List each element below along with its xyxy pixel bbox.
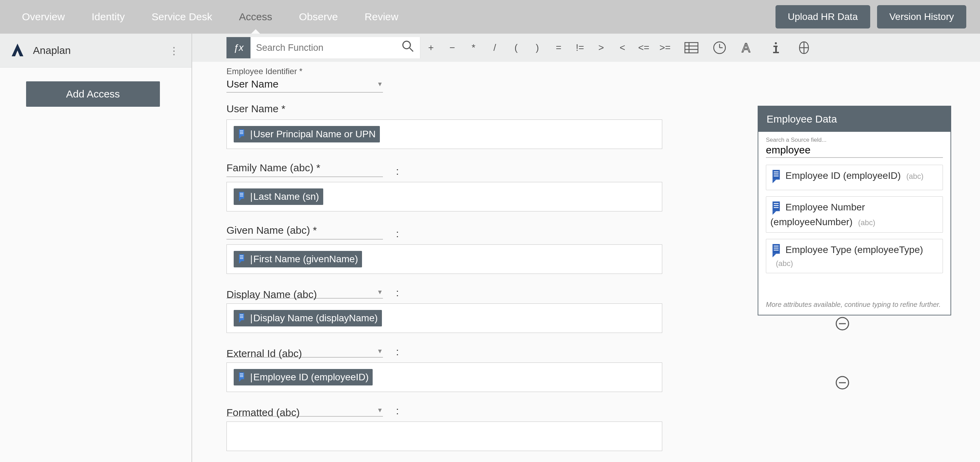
field-label: Formatted (abc) <box>226 407 390 418</box>
token-input-box[interactable]: |Display Name (displayName) <box>226 303 662 333</box>
anaplan-logo-icon <box>9 42 26 59</box>
fx-icon: ƒx <box>226 37 250 58</box>
panel-search-input[interactable] <box>766 143 943 158</box>
field-label: Given Name (abc) * <box>226 225 390 236</box>
result-type: (abc) <box>858 218 875 227</box>
formula-bar: ƒx +−*/()=!=><<=>= A <box>192 33 980 62</box>
operator-button[interactable]: <= <box>633 37 654 58</box>
svg-rect-25 <box>775 46 777 53</box>
svg-rect-15 <box>685 43 698 53</box>
mapping-field-row: Formatted (abc)▼: <box>226 405 946 451</box>
source-field-result[interactable]: Employee ID (employeeID)(abc) <box>766 165 943 190</box>
mapping-field-row: External Id (abc)▼:|Employee ID (employe… <box>226 346 946 392</box>
field-colon: : <box>396 287 399 299</box>
source-field-token[interactable]: |Last Name (sn) <box>234 188 323 205</box>
search-function-input[interactable] <box>256 43 401 53</box>
field-label: Family Name (abc) * <box>226 162 390 174</box>
remove-field-icon[interactable] <box>835 376 850 390</box>
operator-button[interactable]: < <box>612 37 633 58</box>
field-colon: : <box>396 405 399 417</box>
operator-button[interactable]: ( <box>506 37 527 58</box>
ai-tool-icon[interactable] <box>792 37 816 58</box>
table-tool-icon[interactable] <box>679 37 704 58</box>
token-input-box[interactable]: |First Name (givenName) <box>226 244 662 274</box>
field-label: External Id (abc) <box>226 348 390 359</box>
version-history-button[interactable]: Version History <box>877 5 966 29</box>
doc-icon <box>236 372 247 382</box>
token-input-box[interactable]: |Employee ID (employeeID) <box>226 362 662 392</box>
source-field-token[interactable]: |First Name (givenName) <box>234 251 362 268</box>
identifier-value: User Name <box>226 78 377 90</box>
svg-text:A: A <box>742 41 750 55</box>
operator-button[interactable]: * <box>463 37 484 58</box>
font-tool-icon[interactable]: A <box>735 37 760 58</box>
operator-button[interactable]: + <box>420 37 442 58</box>
panel-title: Employee Data <box>758 107 950 132</box>
top-nav: OverviewIdentityService DeskAccessObserv… <box>0 0 980 33</box>
token-input-box[interactable]: |Last Name (sn) <box>226 182 662 212</box>
result-name: Employee Type (employeeType) <box>786 244 923 255</box>
operator-button[interactable]: ) <box>527 37 548 58</box>
doc-icon <box>236 254 247 264</box>
svg-point-13 <box>403 41 410 49</box>
nav-tab-identity[interactable]: Identity <box>83 0 133 33</box>
nav-tab-observe[interactable]: Observe <box>291 0 346 33</box>
panel-search-hint: Search a Source field... <box>766 137 943 143</box>
info-tool-icon[interactable] <box>764 37 788 58</box>
nav-tab-access[interactable]: Access <box>231 0 280 33</box>
nav-tab-service-desk[interactable]: Service Desk <box>143 0 221 33</box>
result-type: (abc) <box>906 172 923 180</box>
svg-rect-26 <box>773 52 779 53</box>
access-list-item[interactable]: Anaplan ⋮ <box>0 33 191 68</box>
field-label: User Name * <box>226 103 390 115</box>
field-colon: : <box>396 228 399 240</box>
source-field-token[interactable]: |Display Name (displayName) <box>234 310 382 327</box>
operator-button[interactable]: / <box>484 37 506 58</box>
add-access-button[interactable]: Add Access <box>26 81 160 107</box>
clock-tool-icon[interactable] <box>707 37 732 58</box>
source-field-token[interactable]: |User Principal Name or UPN <box>234 126 380 142</box>
result-name: Employee ID (employeeID) <box>786 170 901 181</box>
doc-icon <box>236 191 247 202</box>
chevron-down-icon: ▼ <box>377 81 383 88</box>
token-input-box[interactable]: |User Principal Name or UPN <box>226 119 662 149</box>
svg-line-14 <box>410 48 413 51</box>
source-field-result[interactable]: Employee Number (employeeNumber)(abc) <box>766 196 943 233</box>
remove-field-icon[interactable] <box>835 317 850 331</box>
kebab-menu-icon[interactable]: ⋮ <box>165 43 183 58</box>
token-input-box[interactable] <box>226 422 662 451</box>
search-function-box[interactable] <box>250 37 420 58</box>
doc-icon <box>770 201 782 217</box>
doc-icon <box>236 313 247 323</box>
center-panel: ƒx +−*/()=!=><<=>= A <box>192 33 980 462</box>
employee-data-panel: Employee Data Search a Source field... E… <box>758 106 951 315</box>
identifier-dropdown[interactable]: User Name ▼ <box>226 77 383 93</box>
doc-icon <box>770 170 782 185</box>
svg-point-23 <box>775 42 777 44</box>
doc-icon <box>236 129 247 139</box>
operator-button[interactable]: = <box>548 37 569 58</box>
source-field-result[interactable]: Employee Type (employeeType)(abc) <box>766 239 943 273</box>
result-type: (abc) <box>776 259 793 268</box>
source-field-token[interactable]: |Employee ID (employeeID) <box>234 369 373 386</box>
result-name: Employee Number (employeeNumber) <box>770 202 865 227</box>
upload-hr-button[interactable]: Upload HR Data <box>775 5 870 29</box>
field-colon: : <box>396 346 399 358</box>
nav-tab-overview[interactable]: Overview <box>14 0 73 33</box>
panel-footnote: More attributes available, continue typi… <box>766 301 943 309</box>
access-item-name: Anaplan <box>33 45 165 56</box>
field-label: Display Name (abc) <box>226 289 390 300</box>
identifier-label: Employee Identifier * <box>226 67 946 76</box>
operator-button[interactable]: − <box>442 37 463 58</box>
operator-button[interactable]: >= <box>654 37 676 58</box>
nav-tab-review[interactable]: Review <box>356 0 407 33</box>
field-colon: : <box>396 166 399 177</box>
svg-marker-12 <box>12 44 23 56</box>
operator-button[interactable]: > <box>590 37 612 58</box>
left-panel: Anaplan ⋮ Add Access <box>0 33 192 462</box>
search-icon[interactable] <box>401 40 415 56</box>
operator-button[interactable]: != <box>569 37 590 58</box>
doc-icon <box>770 244 782 259</box>
